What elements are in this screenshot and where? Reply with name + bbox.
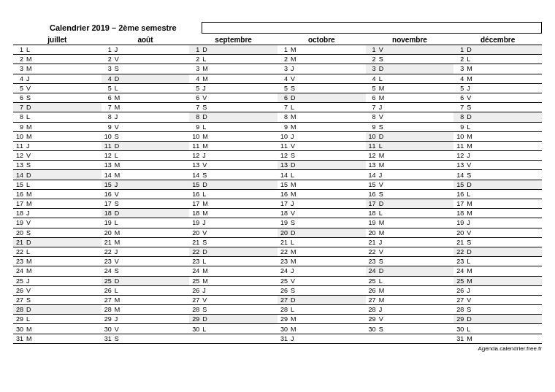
day-space xyxy=(211,45,278,55)
day-of-week: L xyxy=(25,45,35,55)
day-of-week: V xyxy=(201,93,211,102)
day-of-week: M xyxy=(378,151,388,161)
day-number: 5 xyxy=(278,83,289,93)
day-of-week: J xyxy=(201,218,211,228)
day-of-week: M xyxy=(201,209,211,218)
day-space xyxy=(123,218,190,228)
day-of-week: V xyxy=(113,122,123,131)
day-of-week: J xyxy=(465,83,475,93)
day-number: 10 xyxy=(278,131,289,141)
day-space xyxy=(388,199,454,209)
day-row: 21D21M21S21L21J21S xyxy=(13,237,542,247)
day-number: 19 xyxy=(102,218,113,228)
day-space xyxy=(299,122,366,131)
day-space xyxy=(211,285,278,295)
day-space xyxy=(475,189,542,199)
day-of-week: D xyxy=(378,199,388,209)
day-number: 22 xyxy=(366,247,378,256)
day-number: 23 xyxy=(189,257,201,266)
day-space xyxy=(123,45,190,55)
day-of-week: V xyxy=(378,112,388,122)
day-number: 19 xyxy=(189,218,201,228)
day-number: 13 xyxy=(278,161,289,170)
day-space xyxy=(123,276,190,285)
day-space xyxy=(211,334,278,343)
day-space xyxy=(299,131,366,141)
day-of-week: D xyxy=(201,315,211,324)
day-of-week: L xyxy=(201,189,211,199)
day-number: 2 xyxy=(278,55,289,64)
day-number: 16 xyxy=(13,189,25,199)
day-space xyxy=(299,295,366,304)
day-space xyxy=(388,170,454,180)
day-of-week: V xyxy=(378,180,388,189)
day-of-week: J xyxy=(113,112,123,122)
day-of-week: J xyxy=(465,151,475,161)
day-space xyxy=(35,45,102,55)
day-number: 22 xyxy=(102,247,113,256)
day-space xyxy=(475,64,542,74)
day-space xyxy=(388,74,454,83)
day-space xyxy=(35,64,102,74)
day-of-week: V xyxy=(25,285,35,295)
day-number: 20 xyxy=(453,228,465,237)
day-of-week: D xyxy=(289,228,299,237)
day-number: 30 xyxy=(102,324,113,334)
day-space xyxy=(211,218,278,228)
day-of-week: L xyxy=(465,55,475,64)
day-of-week: M xyxy=(25,324,35,334)
day-number: 26 xyxy=(189,285,201,295)
day-of-week: M xyxy=(289,315,299,324)
day-of-week: M xyxy=(25,334,35,343)
day-number: 24 xyxy=(366,266,378,276)
day-space xyxy=(299,93,366,102)
day-space xyxy=(388,55,454,64)
day-space xyxy=(211,324,278,334)
day-space xyxy=(123,170,190,180)
day-space xyxy=(211,247,278,256)
day-space xyxy=(123,247,190,256)
day-space xyxy=(299,237,366,247)
day-space xyxy=(475,209,542,218)
day-of-week: J xyxy=(201,83,211,93)
day-space xyxy=(211,237,278,247)
day-of-week: J xyxy=(289,64,299,74)
day-space xyxy=(388,266,454,276)
day-row: 4J4D4M4V4L4M xyxy=(13,74,542,83)
day-number: 30 xyxy=(189,324,201,334)
day-space xyxy=(388,285,454,295)
day-number: 17 xyxy=(366,199,378,209)
day-number: 23 xyxy=(278,257,289,266)
day-space xyxy=(299,161,366,170)
day-number: 21 xyxy=(453,237,465,247)
day-number: 31 xyxy=(102,334,113,343)
day-of-week: S xyxy=(289,285,299,295)
day-number: 20 xyxy=(102,228,113,237)
day-of-week: S xyxy=(113,131,123,141)
day-space xyxy=(35,285,102,295)
day-space xyxy=(211,315,278,324)
day-space xyxy=(388,228,454,237)
day-space xyxy=(211,295,278,304)
day-of-week: S xyxy=(201,170,211,180)
day-space xyxy=(388,315,454,324)
day-number: 4 xyxy=(366,74,378,83)
day-number: 4 xyxy=(453,74,465,83)
day-space xyxy=(388,334,454,343)
day-of-week: M xyxy=(25,122,35,131)
day-number: 24 xyxy=(453,266,465,276)
page-title: Calendrier 2019 – 2ème semestre xyxy=(13,23,202,32)
day-of-week: M xyxy=(113,237,123,247)
day-number: 27 xyxy=(278,295,289,304)
day-of-week: M xyxy=(465,334,475,343)
day-of-week: M xyxy=(378,228,388,237)
day-of-week: L xyxy=(25,247,35,256)
day-number: 19 xyxy=(13,218,25,228)
day-space xyxy=(475,122,542,131)
day-of-week: L xyxy=(201,122,211,131)
day-number: 12 xyxy=(189,151,201,161)
day-space xyxy=(35,103,102,112)
day-space xyxy=(299,218,366,228)
day-number: 7 xyxy=(366,103,378,112)
day-of-week: M xyxy=(201,199,211,209)
